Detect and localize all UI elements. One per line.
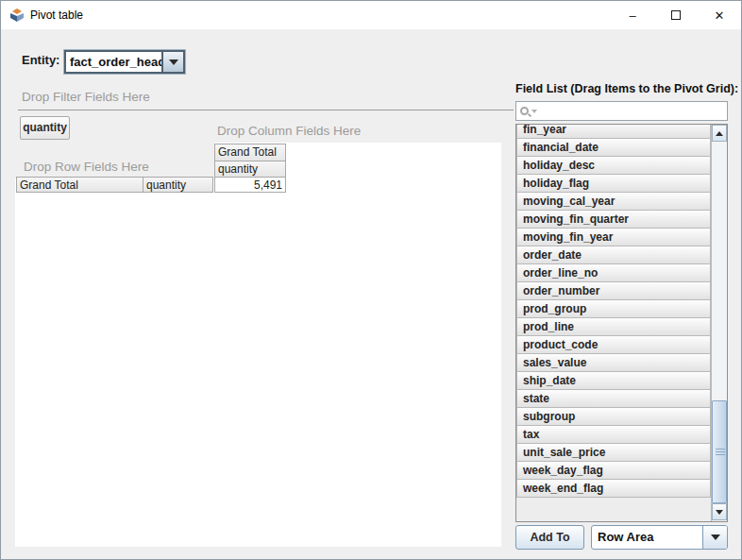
field-list-item[interactable]: financial_date xyxy=(516,138,711,157)
row-header-measure[interactable]: quantity xyxy=(143,177,213,193)
field-search-input[interactable] xyxy=(537,103,727,119)
scroll-down-icon xyxy=(716,510,723,515)
minimize-button[interactable]: – xyxy=(611,1,654,29)
field-list-item[interactable]: moving_fin_year xyxy=(516,228,711,246)
minimize-icon: – xyxy=(629,8,635,23)
content-area: Entity: fact_order_header Drop Filter Fi… xyxy=(1,29,741,559)
close-icon: ✕ xyxy=(715,8,725,23)
scrollbar-thumb[interactable] xyxy=(712,400,727,503)
search-icon[interactable] xyxy=(520,107,529,115)
column-drop-hint: Drop Column Fields Here xyxy=(217,124,361,138)
window-title: Pivot table xyxy=(30,8,83,22)
scrollbar-grip-icon xyxy=(716,449,725,450)
field-list-item[interactable]: prod_group xyxy=(516,299,711,318)
close-button[interactable]: ✕ xyxy=(698,1,741,29)
field-list-item[interactable]: fin_year xyxy=(516,125,711,139)
column-header-quantity[interactable]: quantity xyxy=(214,161,286,178)
app-icon xyxy=(9,8,25,23)
field-list: fin_yearfinancial_dateholiday_descholida… xyxy=(515,124,728,522)
field-search-box[interactable] xyxy=(515,101,728,121)
scroll-up-button[interactable] xyxy=(712,125,727,142)
field-list-item[interactable]: order_line_no xyxy=(516,263,711,282)
field-list-item[interactable]: tax xyxy=(516,425,711,444)
field-list-items: fin_yearfinancial_dateholiday_descholida… xyxy=(516,125,711,521)
filter-drop-hint: Drop Filter Fields Here xyxy=(22,90,150,104)
field-list-item[interactable]: subgroup xyxy=(516,407,711,426)
pivot-table-window: Pivot table – ✕ Entity: fact_order_heade… xyxy=(0,0,742,560)
entity-combobox-arrow[interactable] xyxy=(161,52,183,72)
row-drop-hint: Drop Row Fields Here xyxy=(24,160,149,174)
pivot-grid-panel: Drop Filter Fields Here quantity Drop Co… xyxy=(15,80,501,547)
column-header-grand-total[interactable]: Grand Total xyxy=(214,144,286,161)
field-list-item[interactable]: product_code xyxy=(516,335,711,354)
add-to-button[interactable]: Add To xyxy=(515,525,584,550)
target-area-value: Row Area xyxy=(592,526,702,549)
entity-combobox-value: fact_order_header xyxy=(66,52,161,72)
filter-separator xyxy=(18,110,514,110)
row-header-grand-total[interactable]: Grand Total xyxy=(16,177,143,193)
chevron-down-icon xyxy=(711,535,720,540)
field-list-header: Field List (Drag Items to the Pivot Grid… xyxy=(515,82,738,95)
field-list-item[interactable]: order_number xyxy=(516,281,711,300)
maximize-button[interactable] xyxy=(654,1,698,29)
pivot-value-cell: 5,491 xyxy=(214,177,286,193)
target-area-combobox[interactable]: Row Area xyxy=(591,525,728,550)
field-list-item[interactable]: moving_cal_year xyxy=(516,192,711,211)
target-area-arrow[interactable] xyxy=(702,526,727,549)
titlebar: Pivot table – ✕ xyxy=(1,1,741,29)
data-field-chip-quantity[interactable]: quantity xyxy=(20,116,70,140)
field-list-scrollbar[interactable] xyxy=(711,125,727,521)
field-list-item[interactable]: week_day_flag xyxy=(516,461,711,480)
scroll-down-button[interactable] xyxy=(712,503,727,520)
field-list-item[interactable]: sales_value xyxy=(516,353,711,372)
field-list-item[interactable]: holiday_desc xyxy=(516,156,711,175)
field-list-item[interactable]: unit_sale_price xyxy=(516,443,711,462)
scroll-up-icon xyxy=(716,131,723,136)
field-list-item[interactable]: order_date xyxy=(516,246,711,264)
field-list-item[interactable]: holiday_flag xyxy=(516,174,711,193)
field-list-item[interactable]: state xyxy=(516,389,711,408)
chevron-down-icon xyxy=(169,59,178,65)
field-list-item[interactable]: moving_fin_quarter xyxy=(516,210,711,229)
entity-label: Entity: xyxy=(22,53,59,67)
field-list-item[interactable]: ship_date xyxy=(516,371,711,390)
field-list-item[interactable]: week_end_flag xyxy=(516,479,711,498)
maximize-icon xyxy=(671,10,681,20)
entity-combobox[interactable]: fact_order_header xyxy=(64,50,185,74)
field-list-item[interactable]: prod_line xyxy=(516,317,711,336)
